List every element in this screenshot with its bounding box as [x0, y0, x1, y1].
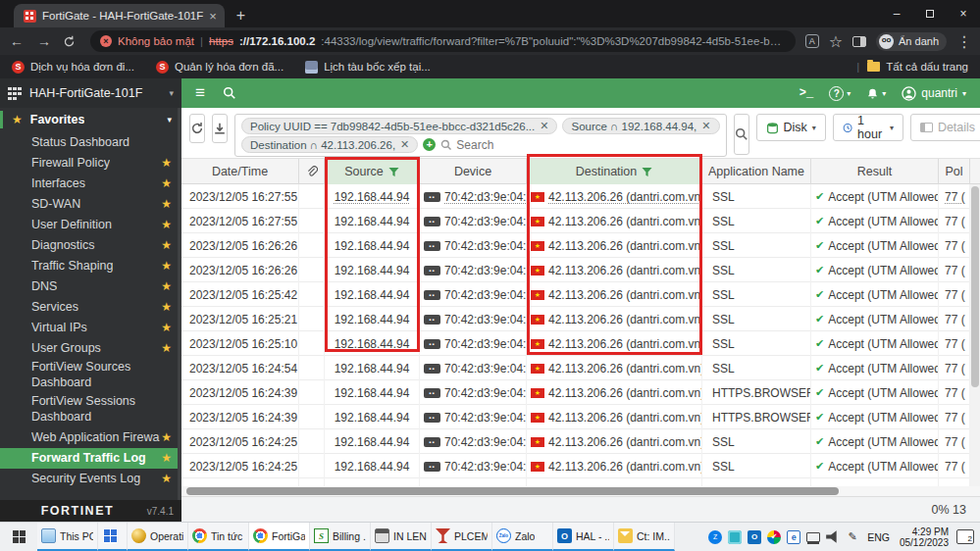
sidebar-item-virtual-ips[interactable]: ★ Virtual IPs ★ ▾ [0, 317, 181, 337]
window-close-button[interactable]: × [947, 0, 980, 27]
cell-destination[interactable]: ★42.113.206.26 (dantri.com.vn) [527, 356, 702, 380]
favorite-star-icon[interactable]: ★ [161, 279, 172, 293]
cell-destination[interactable]: ★42.113.206.26 (dantri.com.vn) [527, 331, 702, 356]
language-indicator[interactable]: ENG [865, 531, 892, 543]
cell-device[interactable]: 70:42:d3:9e:04:0b [420, 282, 527, 307]
taskbar-item[interactable]: FortiGa... [249, 523, 310, 551]
start-button[interactable] [0, 523, 37, 551]
scrollbar-thumb[interactable] [186, 487, 839, 495]
column-header-datetime[interactable]: Date/Time [181, 159, 299, 184]
cell-device[interactable]: 70:42:d3:9e:04:0b [420, 209, 527, 233]
vertical-scrollbar[interactable] [970, 184, 980, 486]
search-input[interactable] [456, 138, 525, 152]
translate-icon[interactable]: A [805, 34, 819, 48]
menu-toggle-icon[interactable]: ≡ [195, 83, 205, 103]
cell-device[interactable]: 70:42:d3:9e:04:0b [420, 233, 527, 258]
notification-center-icon[interactable]: 2 [956, 529, 974, 544]
column-header-application[interactable]: Application Name [702, 159, 811, 184]
zalo-tray-icon[interactable] [708, 530, 722, 544]
sidebar-item-firewall-policy[interactable]: ★ Firewall Policy ★ ▾ [0, 152, 181, 173]
taskbar-item[interactable]: HAL - ... [553, 523, 614, 551]
table-row[interactable]: 2023/12/05 16:25:10 192.168.44.94 70:42:… [181, 331, 970, 356]
filter-pill[interactable]: Policy UUID == 7db99842-4d5b-51ee-bbcc-d… [241, 118, 557, 134]
cell-source[interactable]: 192.168.44.94 [325, 331, 420, 356]
bookmark-item[interactable]: Dịch vụ hóa đơn đi... [12, 61, 134, 74]
taskbar-clock[interactable]: 4:29 PM 05/12/2023 [898, 526, 951, 548]
cell-source[interactable]: 192.168.44.94 [325, 405, 420, 429]
cell-source[interactable]: 192.168.44.94 [325, 282, 420, 307]
cell-source[interactable]: 192.168.44.94 [325, 307, 420, 331]
filter-pill[interactable]: Destination ∩ 42.113.206.26, ✕ [241, 136, 418, 153]
favorite-star-icon[interactable]: ★ [161, 300, 172, 314]
cell-policy[interactable]: 77 ( [939, 331, 970, 356]
cell-destination[interactable]: ★42.113.206.26 (dantri.com.vn) [527, 307, 702, 331]
sidebar-item-dns[interactable]: ★ DNS ★ ▾ [0, 276, 181, 296]
table-row[interactable]: 2023/12/05 16:24:25 192.168.44.94 70:42:… [181, 454, 970, 478]
cell-destination[interactable]: ★42.113.206.26 (dantri.com.vn) [527, 258, 702, 282]
back-icon[interactable]: ← [8, 33, 26, 49]
cell-device[interactable]: 70:42:d3:9e:04:0b [420, 380, 527, 405]
column-header-destination[interactable]: Destination [527, 159, 702, 184]
sidebar-item-user-groups[interactable]: ★ User Groups ★ ▾ [0, 337, 181, 358]
cell-policy[interactable]: 77 ( [939, 429, 970, 454]
sidebar-item-traffic-shaping[interactable]: ★ Traffic Shaping ★ ▾ [0, 255, 181, 276]
notifications-menu[interactable]: ▾ [866, 87, 886, 100]
table-row[interactable]: 2023/12/05 16:24:25 192.168.44.94 70:42:… [181, 429, 970, 454]
sidebar-item-favorites[interactable]: ★ Favorites ★ ▾ [0, 108, 181, 131]
cli-console-icon[interactable]: >_ [799, 86, 813, 100]
table-row[interactable]: 2023/12/05 16:26:26 192.168.44.94 70:42:… [181, 258, 970, 282]
table-row[interactable]: 2023/12/05 16:25:21 192.168.44.94 70:42:… [181, 307, 970, 331]
volume-icon[interactable] [826, 530, 840, 544]
table-row[interactable]: 2023/12/05 16:24:39 192.168.44.94 70:42:… [181, 405, 970, 429]
taskbar-item[interactable] [98, 523, 128, 551]
sidebar-item-services[interactable]: ★ Services ★ ▾ [0, 296, 181, 317]
cell-policy[interactable]: 77 ( [939, 184, 970, 209]
cell-destination[interactable]: ★42.113.206.26 (dantri.com.vn) [527, 405, 702, 429]
column-header-source[interactable]: Source [325, 159, 420, 184]
sidebar-item-fortiview-sources-dashboard[interactable]: ★ FortiView Sources Dashboard ★ ▾ [0, 358, 181, 392]
favorite-star-icon[interactable]: ★ [161, 259, 172, 273]
sidebar-item-security-events-log[interactable]: ★ Security Events Log ★ ▾ [0, 469, 181, 489]
taskbar-item[interactable]: This PC [37, 523, 98, 551]
remove-filter-icon[interactable]: ✕ [400, 138, 409, 151]
pen-input-icon[interactable] [846, 530, 859, 544]
sidebar-item-forward-traffic-log[interactable]: ★ Forward Traffic Log ★ ▾ [0, 448, 181, 469]
browser-menu-icon[interactable]: ⋮ [956, 32, 972, 51]
cell-destination[interactable]: ★42.113.206.26 (dantri.com.vn) [527, 233, 702, 258]
cell-policy[interactable]: 77 ( [939, 307, 970, 331]
security-pie-icon[interactable] [767, 530, 781, 544]
tab-close-icon[interactable]: × [209, 9, 217, 24]
column-header-policy[interactable]: Pol [939, 159, 970, 184]
favorite-star-icon[interactable]: ★ [161, 197, 172, 211]
device-selector[interactable]: HAH-FortiGate-101F ▾ [0, 78, 181, 108]
remove-filter-icon[interactable]: ✕ [540, 120, 548, 132]
cell-source[interactable] [325, 478, 420, 486]
favorite-star-icon[interactable]: ★ [161, 238, 172, 252]
table-row[interactable]: 2023/12/05 16:24:54 192.168.44.94 70:42:… [181, 356, 970, 380]
scrollbar-thumb[interactable] [971, 186, 979, 387]
cell-device[interactable]: 70:42:d3:9e:04:0b [420, 356, 527, 380]
window-restore-button[interactable] [913, 0, 947, 27]
cell-policy[interactable]: 77 ( [939, 282, 970, 307]
table-row[interactable]: 2023/12/05 16:27:55 192.168.44.94 70:42:… [181, 209, 970, 233]
taskbar-item[interactable]: PLCEM... [432, 523, 492, 551]
sidebar-item-interfaces[interactable]: ★ Interfaces ★ ▾ [0, 173, 181, 193]
bookmark-item[interactable]: Quản lý hóa đơn đã... [156, 61, 284, 74]
sidebar-item-fortiview-sessions-dashboard[interactable]: ★ FortiView Sessions Dashboard ★ ▾ [0, 392, 181, 426]
log-location-dropdown[interactable]: Disk ▾ [756, 114, 826, 141]
bookmark-item[interactable]: Lịch tàu bốc xếp tại... [305, 61, 431, 74]
favorite-star-icon[interactable]: ★ [161, 218, 172, 231]
side-panel-icon[interactable] [852, 36, 866, 47]
cell-destination[interactable]: ★42.113.206.26 (dantri.com.vn) [527, 209, 702, 233]
cell-destination[interactable]: ★42.113.206.26 (dantri.com.vn) [527, 454, 702, 478]
refresh-button[interactable] [189, 114, 205, 143]
table-row[interactable]: ★ ✔ [181, 478, 970, 486]
taskbar-item[interactable]: IN LENH [371, 523, 432, 551]
window-minimize-button[interactable]: – [880, 0, 913, 27]
table-row[interactable]: 2023/12/05 16:26:26 192.168.44.94 70:42:… [181, 233, 970, 258]
cell-device[interactable]: 70:42:d3:9e:04:0b [420, 405, 527, 429]
e-doc-icon[interactable] [787, 530, 800, 544]
browser-tab[interactable]: FortiGate - HAH-FortiGate-101F × [14, 4, 225, 27]
new-tab-button[interactable]: + [236, 7, 245, 25]
download-button[interactable] [212, 114, 228, 143]
